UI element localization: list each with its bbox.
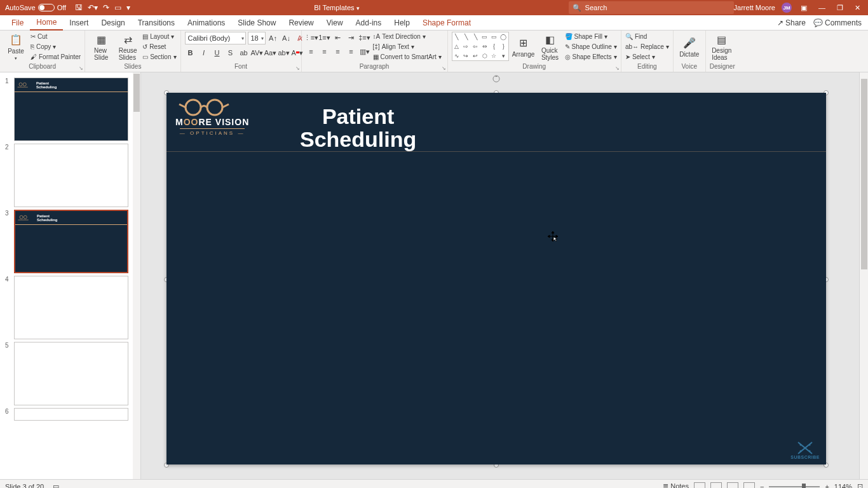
line-spacing-button[interactable]: ‡≡▾ <box>359 32 370 43</box>
find-button[interactable]: 🔍Find <box>625 32 669 41</box>
share-button[interactable]: ↗ Share <box>777 18 806 27</box>
convert-smartart-button[interactable]: ▦Convert to SmartArt ▾ <box>373 52 442 61</box>
close-icon[interactable]: ✕ <box>852 4 863 12</box>
thumbnail-3[interactable]: 3 PatientScheduling <box>0 208 140 274</box>
section-button[interactable]: ▭Section ▾ <box>142 52 176 61</box>
tab-addins[interactable]: Add-ins <box>349 15 388 30</box>
tab-home[interactable]: Home <box>30 15 63 30</box>
thumbnail-6[interactable]: 6 <box>0 407 140 422</box>
slide-editor[interactable]: MOORE VISION — OPTICIANS — Patient Sched… <box>141 72 859 479</box>
tab-review[interactable]: Review <box>282 15 320 30</box>
underline-button[interactable]: U <box>212 47 223 58</box>
dialog-launcher-icon[interactable]: ↘ <box>615 65 620 71</box>
text-direction-button[interactable]: ↕AText Direction ▾ <box>373 32 442 41</box>
arrange-button[interactable]: ⊞ Arrange <box>512 32 536 62</box>
copy-button[interactable]: ⎘Copy ▾ <box>31 42 81 51</box>
slide-canvas[interactable]: MOORE VISION — OPTICIANS — Patient Sched… <box>166 93 826 464</box>
highlight-button[interactable]: ab▾ <box>278 47 290 58</box>
increase-font-icon[interactable]: A↑ <box>268 32 279 44</box>
save-icon[interactable]: 🖫 <box>75 3 83 12</box>
search-input[interactable]: 🔍 Search <box>569 1 734 14</box>
dialog-launcher-icon[interactable]: ↘ <box>295 65 300 71</box>
tab-design[interactable]: Design <box>95 15 131 30</box>
slide-thumbnails-panel[interactable]: 1 PatientScheduling 2 3 PatientSchedulin… <box>0 72 141 479</box>
format-painter-button[interactable]: 🖌Format Painter <box>31 52 81 61</box>
redo-icon[interactable]: ↷ <box>103 3 109 12</box>
change-case-button[interactable]: Aa▾ <box>265 47 276 58</box>
fit-to-window-button[interactable]: ⊡ <box>857 482 863 488</box>
dictate-button[interactable]: 🎤 Dictate <box>677 32 702 62</box>
thumbnail-4[interactable]: 4 <box>0 274 140 341</box>
shapes-gallery[interactable]: ╲╲╲▭▭◯ △⇨⇦⇔{} ∿↪↩⬡☆▾ <box>452 32 509 61</box>
numbering-button[interactable]: 1≡▾ <box>319 32 330 43</box>
quick-styles-button[interactable]: ◧ Quick Styles <box>538 32 562 62</box>
tab-file[interactable]: File <box>5 15 30 30</box>
autosave-toggle[interactable]: AutoSave Off <box>5 4 66 11</box>
increase-indent-button[interactable]: ⇥ <box>346 32 357 43</box>
font-size-select[interactable]: 18 <box>248 32 266 44</box>
tab-view[interactable]: View <box>320 15 349 30</box>
zoom-in-button[interactable]: + <box>825 483 829 489</box>
sorter-view-button[interactable] <box>710 482 722 489</box>
editor-scrollbar[interactable] <box>859 72 868 479</box>
zoom-out-button[interactable]: − <box>760 483 764 489</box>
slide-position[interactable]: Slide 3 of 20 <box>5 483 44 489</box>
columns-button[interactable]: ▥▾ <box>359 46 370 57</box>
char-spacing-button[interactable]: AV▾ <box>252 47 263 58</box>
user-name[interactable]: Jarrett Moore <box>734 4 775 11</box>
tab-slideshow[interactable]: Slide Show <box>231 15 282 30</box>
align-text-button[interactable]: [‡]Align Text ▾ <box>373 42 442 51</box>
slideshow-view-button[interactable] <box>743 482 755 489</box>
replace-button[interactable]: ab↔Replace ▾ <box>625 42 669 51</box>
ribbon-display-icon[interactable]: ▣ <box>798 4 810 12</box>
minimize-icon[interactable]: — <box>816 4 828 11</box>
thumbnail-5[interactable]: 5 <box>0 341 140 407</box>
notes-button[interactable]: ≣ Notes <box>663 482 689 488</box>
thumbnails-scrollbar[interactable] <box>133 72 140 479</box>
tab-help[interactable]: Help <box>388 15 416 30</box>
font-family-select[interactable]: Calibri (Body) <box>185 32 246 44</box>
design-ideas-button[interactable]: ▤ Design Ideas <box>710 32 734 62</box>
document-title[interactable]: BI Templates ▾ <box>130 4 543 11</box>
rotate-handle-icon[interactable] <box>492 75 500 83</box>
tab-transitions[interactable]: Transitions <box>132 15 181 30</box>
shadow-button[interactable]: ab <box>238 47 250 58</box>
avatar[interactable]: JM <box>782 3 792 13</box>
decrease-font-icon[interactable]: A↓ <box>281 32 292 44</box>
dialog-launcher-icon[interactable]: ↘ <box>79 65 83 71</box>
shape-fill-button[interactable]: 🪣Shape Fill ▾ <box>565 32 617 41</box>
maximize-icon[interactable]: ❐ <box>834 4 846 12</box>
thumbnail-2[interactable]: 2 <box>0 142 140 208</box>
comments-button[interactable]: 💬 Comments <box>813 18 862 27</box>
reset-button[interactable]: ↺Reset <box>142 42 176 51</box>
align-right-button[interactable]: ≡ <box>332 46 344 57</box>
align-left-button[interactable]: ≡ <box>306 46 317 57</box>
shape-outline-button[interactable]: ✎Shape Outline ▾ <box>565 42 617 51</box>
tab-shape-format[interactable]: Shape Format <box>416 15 477 30</box>
select-button[interactable]: ➤Select ▾ <box>625 52 669 61</box>
cut-button[interactable]: ✂Cut <box>31 32 81 41</box>
undo-icon[interactable]: ↶▾ <box>88 3 98 12</box>
decrease-indent-button[interactable]: ⇤ <box>332 32 344 43</box>
start-from-beginning-icon[interactable]: ▭ <box>114 3 121 12</box>
tab-insert[interactable]: Insert <box>63 15 95 30</box>
thumbnail-1[interactable]: 1 PatientScheduling <box>0 76 140 142</box>
normal-view-button[interactable] <box>694 482 705 489</box>
tab-animations[interactable]: Animations <box>181 15 231 30</box>
italic-button[interactable]: I <box>198 47 210 58</box>
layout-button[interactable]: ▤Layout ▾ <box>142 32 176 41</box>
align-center-button[interactable]: ≡ <box>319 46 330 57</box>
bullets-button[interactable]: ⋮≡▾ <box>306 32 317 43</box>
bold-button[interactable]: B <box>185 47 196 58</box>
paste-button[interactable]: 📋 Paste ▾ <box>4 32 28 62</box>
new-slide-button[interactable]: ▦ New Slide <box>89 32 113 62</box>
justify-button[interactable]: ≡ <box>346 46 357 57</box>
zoom-level[interactable]: 114% <box>834 483 852 489</box>
zoom-slider[interactable] <box>769 486 820 487</box>
accessibility-icon[interactable]: ▭ <box>53 482 59 488</box>
dialog-launcher-icon[interactable]: ↘ <box>442 65 446 71</box>
reuse-slides-button[interactable]: ⇄ Reuse Slides <box>116 32 140 62</box>
strikethrough-button[interactable]: S <box>225 47 236 58</box>
shape-effects-button[interactable]: ◎Shape Effects ▾ <box>565 52 617 61</box>
reading-view-button[interactable] <box>727 482 738 489</box>
